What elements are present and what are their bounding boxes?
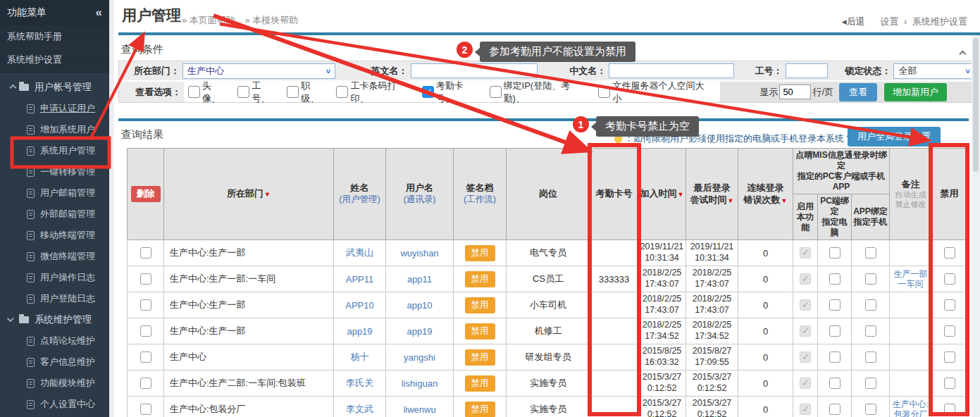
header-signature[interactable]: 签名档(工作流) xyxy=(454,149,507,240)
row-select-checkbox[interactable] xyxy=(140,378,151,389)
name-link[interactable]: APP10 xyxy=(345,300,373,311)
sidebar-item[interactable]: 用户登陆日志 xyxy=(0,288,109,309)
username-link[interactable]: wuyishan xyxy=(400,248,438,259)
username-link[interactable]: app10 xyxy=(407,300,432,311)
mis-app-checkbox[interactable] xyxy=(865,247,876,259)
option-checkbox[interactable] xyxy=(422,86,434,98)
sidebar-item[interactable]: 系统帮助手册 xyxy=(0,25,109,49)
signature-disabled-button[interactable]: 禁用 xyxy=(465,349,495,366)
view-option[interactable]: 工卡条码打印、 xyxy=(336,80,413,105)
header-join-time[interactable]: 加入时间▼ xyxy=(638,149,686,240)
disabled-checkbox[interactable] xyxy=(944,351,955,363)
header-department[interactable]: 所在部门▼ xyxy=(164,149,334,240)
global-login-settings-button[interactable]: 用户全局登录设置 xyxy=(848,127,941,147)
username-link[interactable]: yangshi xyxy=(404,352,435,363)
signature-disabled-button[interactable]: 禁用 xyxy=(465,402,495,417)
tip-text[interactable]: ：如何限制用户必须使用指定的电脑或手机登录本系统？ xyxy=(624,132,853,145)
page-size-input[interactable] xyxy=(779,85,811,99)
signature-disabled-button[interactable]: 禁用 xyxy=(465,297,495,313)
mis-app-checkbox[interactable] xyxy=(865,351,876,363)
option-checkbox[interactable] xyxy=(287,86,299,98)
view-option[interactable]: 绑定IP(登陆、考勤)、 xyxy=(490,80,590,105)
delete-button[interactable]: 删除 xyxy=(131,186,161,201)
header-login-errors[interactable]: 连续登录 错误次数▼ xyxy=(738,149,793,240)
scrollbar-thumb[interactable] xyxy=(973,38,979,172)
sidebar-item[interactable]: 用户邮箱管理 xyxy=(0,182,109,204)
username-link[interactable]: app11 xyxy=(407,274,432,285)
chinese-name-input[interactable] xyxy=(609,63,734,78)
disabled-checkbox[interactable] xyxy=(944,325,955,337)
mis-pc-checkbox[interactable] xyxy=(829,351,841,363)
page-scrollbar[interactable] xyxy=(972,35,980,417)
job-number-input[interactable] xyxy=(786,63,828,78)
view-option[interactable]: 工号、 xyxy=(237,80,278,105)
name-link[interactable]: 李文武 xyxy=(346,404,373,414)
lock-status-select[interactable]: 全部˅ xyxy=(893,63,975,79)
search-button[interactable]: 查看 xyxy=(839,83,877,101)
signature-disabled-button[interactable]: 禁用 xyxy=(465,375,495,392)
option-checkbox[interactable] xyxy=(490,86,502,98)
breadcrumb-maintenance[interactable]: 系统维护设置 xyxy=(912,16,967,27)
sidebar-group-system-maintenance[interactable]: 系统维护管理 xyxy=(0,309,109,330)
breadcrumb-settings[interactable]: 设置 xyxy=(880,16,898,27)
option-checkbox[interactable] xyxy=(336,86,348,98)
english-name-input[interactable] xyxy=(411,63,538,78)
option-checkbox[interactable] xyxy=(188,86,200,98)
view-option[interactable]: 职级、 xyxy=(287,80,328,105)
username-link[interactable]: liwenwu xyxy=(403,404,435,415)
name-link[interactable]: 杨十 xyxy=(351,351,369,362)
disabled-checkbox[interactable] xyxy=(944,299,955,311)
sidebar-item[interactable]: 功能模块维护 xyxy=(0,373,109,394)
mis-pc-checkbox[interactable] xyxy=(829,273,841,285)
username-link[interactable]: lishiguan xyxy=(402,378,438,389)
option-checkbox[interactable] xyxy=(237,86,249,98)
row-select-checkbox[interactable] xyxy=(140,325,151,337)
mis-app-checkbox[interactable] xyxy=(865,404,876,415)
username-link[interactable]: app19 xyxy=(407,326,432,337)
option-checkbox[interactable] xyxy=(598,86,610,98)
sidebar-item[interactable]: 点晴论坛维护 xyxy=(0,330,109,351)
view-option[interactable]: 考勤卡号、 xyxy=(422,80,481,105)
row-select-checkbox[interactable] xyxy=(140,247,151,259)
header-name[interactable]: 姓名(用户管理) xyxy=(334,149,386,240)
sidebar-collapse-icon[interactable]: « xyxy=(96,6,102,20)
mis-pc-checkbox[interactable] xyxy=(829,247,841,259)
name-link[interactable]: APP11 xyxy=(346,274,374,285)
back-link[interactable]: ◀后退 xyxy=(842,16,865,27)
mis-app-checkbox[interactable] xyxy=(865,325,876,337)
sidebar-item[interactable]: 客户信息维护 xyxy=(0,351,109,373)
sidebar-item[interactable]: 个人设置中心 xyxy=(0,394,109,415)
sidebar-group-user-accounts[interactable]: 用户帐号管理 xyxy=(0,77,109,98)
disabled-checkbox[interactable] xyxy=(944,404,955,415)
sidebar-item[interactable]: 外部邮箱管理 xyxy=(0,204,109,225)
module-help-link[interactable]: » 本模块帮助 xyxy=(244,15,298,25)
row-select-checkbox[interactable] xyxy=(140,404,151,415)
row-select-checkbox[interactable] xyxy=(140,299,151,311)
mis-pc-checkbox[interactable] xyxy=(829,299,841,311)
mis-app-checkbox[interactable] xyxy=(865,299,876,311)
row-select-checkbox[interactable] xyxy=(140,351,151,363)
query-collapse-icon[interactable] xyxy=(958,46,969,59)
mis-app-checkbox[interactable] xyxy=(865,273,876,285)
signature-disabled-button[interactable]: 禁用 xyxy=(465,271,495,287)
name-link[interactable]: 李氏关 xyxy=(346,378,373,388)
sidebar-item[interactable]: 申请认证用户 xyxy=(0,98,109,119)
sidebar-item[interactable]: 增加系统用户 xyxy=(0,119,109,140)
header-username[interactable]: 用户名(通讯录) xyxy=(386,149,454,240)
sidebar-item[interactable]: 系统用户管理 xyxy=(0,140,109,161)
view-option[interactable]: 头像、 xyxy=(188,80,229,105)
sidebar-item[interactable]: 一键转移管理 xyxy=(0,161,109,182)
mis-app-checkbox[interactable] xyxy=(865,378,876,389)
row-select-checkbox[interactable] xyxy=(140,273,151,285)
mis-pc-checkbox[interactable] xyxy=(829,404,841,415)
header-last-login[interactable]: 最后登录 尝试时间▼ xyxy=(686,149,738,240)
view-option[interactable]: 文件服务器个人空间大小 xyxy=(598,80,712,105)
sidebar-item[interactable]: 系统维护设置 xyxy=(0,49,109,72)
name-link[interactable]: app19 xyxy=(347,326,372,337)
disabled-checkbox[interactable] xyxy=(944,378,955,389)
disabled-checkbox[interactable] xyxy=(944,247,955,259)
name-link[interactable]: 武夷山 xyxy=(346,247,373,258)
add-user-button[interactable]: 增加新用户 xyxy=(884,83,947,101)
sidebar-item[interactable]: 移动终端管理 xyxy=(0,225,109,246)
mis-pc-checkbox[interactable] xyxy=(829,325,841,337)
